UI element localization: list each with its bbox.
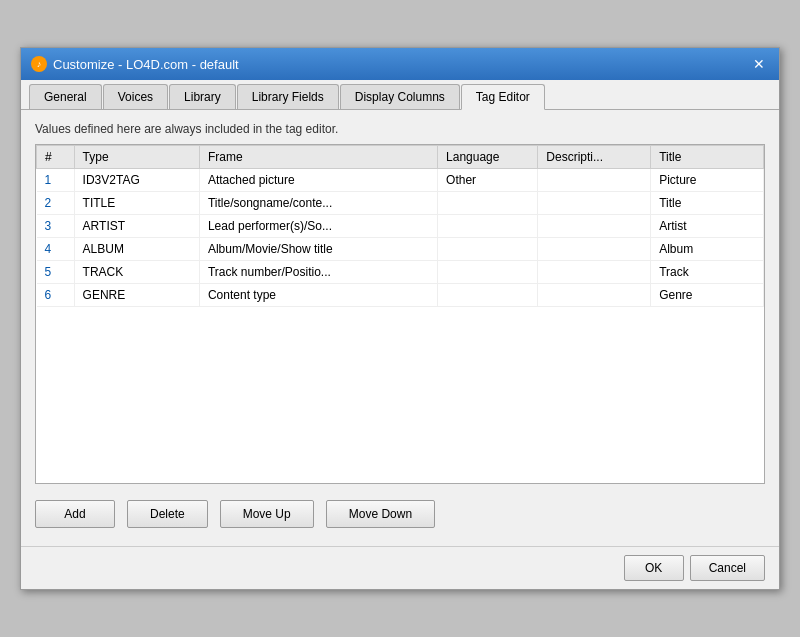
cell-row3-col5: Artist xyxy=(651,215,764,238)
cell-row4-col5: Album xyxy=(651,238,764,261)
title-bar-left: ♪ Customize - LO4D.com - default xyxy=(31,56,239,72)
cell-row5-col4 xyxy=(538,261,651,284)
cell-row2-col1: TITLE xyxy=(74,192,199,215)
cell-row4-col3 xyxy=(438,238,538,261)
cell-row4-col2: Album/Movie/Show title xyxy=(199,238,437,261)
cell-row3-col0: 3 xyxy=(37,215,75,238)
table-row[interactable]: 6GENREContent typeGenre xyxy=(37,284,764,307)
cell-row6-col4 xyxy=(538,284,651,307)
close-button[interactable]: ✕ xyxy=(749,54,769,74)
tab-tag-editor[interactable]: Tag Editor xyxy=(461,84,545,110)
cell-row3-col3 xyxy=(438,215,538,238)
move-up-button[interactable]: Move Up xyxy=(220,500,314,528)
tab-voices[interactable]: Voices xyxy=(103,84,168,109)
cell-row5-col3 xyxy=(438,261,538,284)
col-header-title: Title xyxy=(651,146,764,169)
cell-row6-col0: 6 xyxy=(37,284,75,307)
cancel-button[interactable]: Cancel xyxy=(690,555,765,581)
cell-row2-col5: Title xyxy=(651,192,764,215)
table-row[interactable]: 5TRACKTrack number/Positio...Track xyxy=(37,261,764,284)
footer-buttons: Add Delete Move Up Move Down xyxy=(35,494,765,534)
table-header-row: # Type Frame Language Descripti... Title xyxy=(37,146,764,169)
table-row[interactable]: 3ARTISTLead performer(s)/So...Artist xyxy=(37,215,764,238)
cell-row6-col3 xyxy=(438,284,538,307)
cell-row3-col1: ARTIST xyxy=(74,215,199,238)
cell-row6-col2: Content type xyxy=(199,284,437,307)
cell-row2-col0: 2 xyxy=(37,192,75,215)
app-icon: ♪ xyxy=(31,56,47,72)
cell-row6-col1: GENRE xyxy=(74,284,199,307)
cell-row1-col1: ID3V2TAG xyxy=(74,169,199,192)
cell-row4-col0: 4 xyxy=(37,238,75,261)
cell-row1-col3: Other xyxy=(438,169,538,192)
cell-row1-col2: Attached picture xyxy=(199,169,437,192)
add-button[interactable]: Add xyxy=(35,500,115,528)
cell-row1-col5: Picture xyxy=(651,169,764,192)
tab-display-columns[interactable]: Display Columns xyxy=(340,84,460,109)
cell-row4-col1: ALBUM xyxy=(74,238,199,261)
cell-row2-col3 xyxy=(438,192,538,215)
ok-button[interactable]: OK xyxy=(624,555,684,581)
table-row[interactable]: 4ALBUMAlbum/Movie/Show titleAlbum xyxy=(37,238,764,261)
cell-row2-col2: Title/songname/conte... xyxy=(199,192,437,215)
title-bar: ♪ Customize - LO4D.com - default ✕ xyxy=(21,48,779,80)
bottom-bar: OK Cancel xyxy=(21,546,779,589)
table-body: 1ID3V2TAGAttached pictureOtherPicture2TI… xyxy=(37,169,764,307)
tag-table: # Type Frame Language Descripti... Title… xyxy=(36,145,764,307)
col-header-language: Language xyxy=(438,146,538,169)
cell-row5-col1: TRACK xyxy=(74,261,199,284)
col-header-description: Descripti... xyxy=(538,146,651,169)
main-window: ♪ Customize - LO4D.com - default ✕ Gener… xyxy=(20,47,780,590)
tab-library[interactable]: Library xyxy=(169,84,236,109)
window-title: Customize - LO4D.com - default xyxy=(53,57,239,72)
cell-row5-col2: Track number/Positio... xyxy=(199,261,437,284)
table-row[interactable]: 1ID3V2TAGAttached pictureOtherPicture xyxy=(37,169,764,192)
delete-button[interactable]: Delete xyxy=(127,500,208,528)
cell-row3-col4 xyxy=(538,215,651,238)
cell-row4-col4 xyxy=(538,238,651,261)
cell-row5-col5: Track xyxy=(651,261,764,284)
tab-library-fields[interactable]: Library Fields xyxy=(237,84,339,109)
tag-table-container[interactable]: # Type Frame Language Descripti... Title… xyxy=(35,144,765,484)
cell-row1-col4 xyxy=(538,169,651,192)
cell-row5-col0: 5 xyxy=(37,261,75,284)
col-header-num: # xyxy=(37,146,75,169)
table-row[interactable]: 2TITLETitle/songname/conte...Title xyxy=(37,192,764,215)
cell-row1-col0: 1 xyxy=(37,169,75,192)
main-content: Values defined here are always included … xyxy=(21,110,779,546)
move-down-button[interactable]: Move Down xyxy=(326,500,435,528)
tab-general[interactable]: General xyxy=(29,84,102,109)
col-header-type: Type xyxy=(74,146,199,169)
cell-row2-col4 xyxy=(538,192,651,215)
cell-row6-col5: Genre xyxy=(651,284,764,307)
cell-row3-col2: Lead performer(s)/So... xyxy=(199,215,437,238)
tab-bar: General Voices Library Library Fields Di… xyxy=(21,80,779,110)
info-text: Values defined here are always included … xyxy=(35,122,765,136)
col-header-frame: Frame xyxy=(199,146,437,169)
